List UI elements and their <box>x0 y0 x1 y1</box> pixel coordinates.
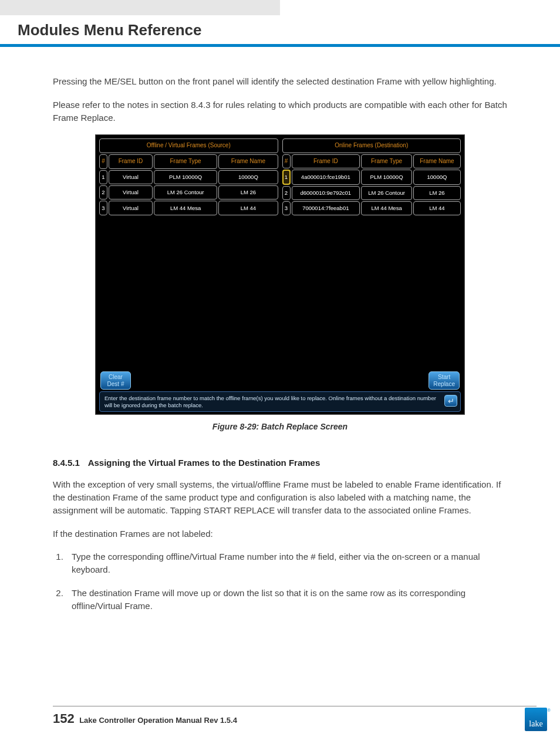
cell-type: LM 44 Mesa <box>361 201 412 215</box>
col-frame-type: Frame Type <box>154 154 217 169</box>
col-frame-id: Frame ID <box>292 154 360 169</box>
lake-logo: lake <box>525 708 547 731</box>
subsection-heading: 8.4.5.1 Assigning the Virtual Frames to … <box>53 456 507 469</box>
list-item: The destination Frame will move up or do… <box>66 587 507 613</box>
list-item: Type the corresponding offline/Virtual F… <box>66 550 507 576</box>
footer-title: Lake Controller Operation Manual Rev 1.5… <box>79 716 237 725</box>
col-num: # <box>99 154 107 169</box>
cell-type: PLM 10000Q <box>361 170 412 185</box>
section-paragraph-1: With the exception of very small systems… <box>53 478 507 516</box>
cell-name: 10000Q <box>218 170 278 184</box>
enter-icon[interactable]: ↵ <box>444 395 457 407</box>
row-num[interactable]: 2 <box>282 186 291 200</box>
row-num: 2 <box>99 185 107 199</box>
cell-type: LM 26 Contour <box>154 185 217 199</box>
table-row[interactable]: 2 d6000010:9e792c01 LM 26 Contour LM 26 <box>282 186 461 200</box>
cell-type: PLM 10000Q <box>154 170 217 184</box>
help-bar: Enter the destination frame number to ma… <box>99 391 461 412</box>
page-footer: 152 Lake Controller Operation Manual Rev… <box>53 706 537 726</box>
table-row[interactable]: 3 Virtual LM 44 Mesa LM 44 <box>99 201 278 215</box>
table-row[interactable]: 1 4a000010:fce19b01 PLM 10000Q 10000Q <box>282 170 461 185</box>
destination-table-title: Online Frames (Destination) <box>282 138 461 153</box>
section-paragraph-2: If the destination Frames are not labele… <box>53 527 507 540</box>
cell-id: Virtual <box>109 170 153 184</box>
col-frame-name: Frame Name <box>413 154 461 169</box>
clear-dest-button[interactable]: Clear Dest # <box>100 371 131 390</box>
figure-caption: Figure 8-29: Batch Replace Screen <box>95 421 465 432</box>
cell-name: LM 44 <box>413 201 461 215</box>
row-num: 3 <box>99 201 107 215</box>
steps-list: Type the corresponding offline/Virtual F… <box>66 550 507 612</box>
col-frame-id: Frame ID <box>109 154 153 169</box>
title-rule <box>0 44 560 47</box>
cell-id: d6000010:9e792c01 <box>292 186 360 200</box>
figure-container: Offline / Virtual Frames (Source) # Fram… <box>95 134 465 432</box>
col-num: # <box>282 154 291 169</box>
destination-frames-table: Online Frames (Destination) # Frame ID F… <box>281 137 463 216</box>
cell-id: 4a000010:fce19b01 <box>292 170 360 185</box>
cell-type: LM 44 Mesa <box>154 201 217 215</box>
table-row[interactable]: 2 Virtual LM 26 Contour LM 26 <box>99 185 278 199</box>
source-frames-table: Offline / Virtual Frames (Source) # Fram… <box>98 137 279 216</box>
table-row[interactable]: 1 Virtual PLM 10000Q 10000Q <box>99 170 278 184</box>
col-frame-type: Frame Type <box>361 154 412 169</box>
top-strip <box>0 0 560 15</box>
help-text: Enter the destination frame number to ma… <box>104 395 436 408</box>
cell-name: 10000Q <box>413 170 461 185</box>
source-table-title: Offline / Virtual Frames (Source) <box>99 138 278 153</box>
row-num: 1 <box>99 170 107 184</box>
cell-id: Virtual <box>109 185 153 199</box>
cell-name: LM 44 <box>218 201 278 215</box>
intro-paragraph-2: Please refer to the notes in section 8.4… <box>53 99 507 124</box>
page-title: Modules Menu Reference <box>0 15 560 44</box>
col-frame-name: Frame Name <box>218 154 278 169</box>
cell-type: LM 26 Contour <box>361 186 412 200</box>
cell-name: LM 26 <box>218 185 278 199</box>
page-number: 152 <box>53 711 75 726</box>
row-num[interactable]: 3 <box>282 201 291 215</box>
cell-name: LM 26 <box>413 186 461 200</box>
batch-replace-screen: Offline / Virtual Frames (Source) # Fram… <box>95 134 465 415</box>
start-replace-button[interactable]: Start Replace <box>429 371 460 390</box>
cell-id: Virtual <box>109 201 153 215</box>
subsection-number: 8.4.5.1 <box>53 456 86 469</box>
intro-paragraph-1: Pressing the ME/SEL button on the front … <box>53 75 507 88</box>
cell-id: 7000014:7feeab01 <box>292 201 360 215</box>
table-row[interactable]: 3 7000014:7feeab01 LM 44 Mesa LM 44 <box>282 201 461 215</box>
subsection-title: Assigning the Virtual Frames to the Dest… <box>88 458 321 468</box>
row-num-selected[interactable]: 1 <box>282 170 291 185</box>
